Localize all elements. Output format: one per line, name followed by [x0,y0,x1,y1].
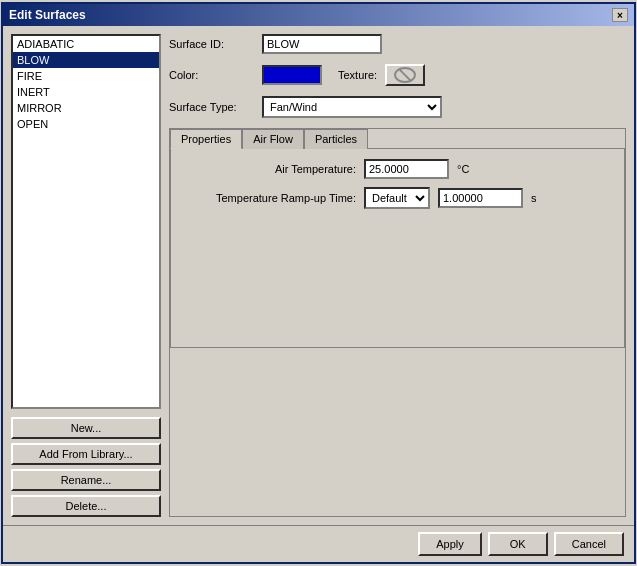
list-item[interactable]: FIRE [13,68,159,84]
temp-ramp-select[interactable]: DefaultCustom [364,187,430,209]
close-button[interactable]: × [612,8,628,22]
tabs-container: PropertiesAir FlowParticles Air Temperat… [169,128,626,517]
surface-type-row: Surface Type: Fan/WindBurnerHeaterInertM… [169,96,626,118]
edit-surfaces-dialog: Edit Surfaces × ADIABATICBLOWFIREINERTMI… [1,2,636,564]
temp-ramp-input[interactable] [438,188,523,208]
right-panel: Surface ID: Color: Texture: Surface Type… [169,34,626,517]
list-item[interactable]: OPEN [13,116,159,132]
tab-content: Air Temperature: °C Temperature Ramp-up … [170,148,625,348]
dialog-title: Edit Surfaces [9,8,86,22]
surface-id-label: Surface ID: [169,38,254,50]
list-item[interactable]: ADIABATIC [13,36,159,52]
surface-id-row: Surface ID: [169,34,626,54]
bottom-bar: Apply OK Cancel [3,525,634,562]
air-temp-row: Air Temperature: °C [181,159,614,179]
air-temp-label: Air Temperature: [181,163,356,175]
title-bar: Edit Surfaces × [3,4,634,26]
temp-ramp-unit: s [531,192,537,204]
new-button[interactable]: New... [11,417,161,439]
texture-label: Texture: [338,69,377,81]
temp-ramp-row: Temperature Ramp-up Time: DefaultCustom … [181,187,614,209]
list-item[interactable]: MIRROR [13,100,159,116]
left-buttons: New... Add From Library... Rename... Del… [11,417,161,517]
color-label: Color: [169,69,254,81]
ok-button[interactable]: OK [488,532,548,556]
texture-button[interactable] [385,64,425,86]
temp-ramp-label: Temperature Ramp-up Time: [181,192,356,204]
surfaces-list[interactable]: ADIABATICBLOWFIREINERTMIRROROPEN [11,34,161,409]
rename-button[interactable]: Rename... [11,469,161,491]
surface-type-label: Surface Type: [169,101,254,113]
surface-type-select[interactable]: Fan/WindBurnerHeaterInertMirrorOpen [262,96,442,118]
tab-particles[interactable]: Particles [304,129,368,149]
properties-tab-content: Air Temperature: °C Temperature Ramp-up … [181,159,614,209]
delete-button[interactable]: Delete... [11,495,161,517]
cancel-button[interactable]: Cancel [554,532,624,556]
surface-id-input[interactable] [262,34,382,54]
air-temp-input[interactable] [364,159,449,179]
list-item[interactable]: INERT [13,84,159,100]
tab-properties[interactable]: Properties [170,129,242,149]
tabs-header: PropertiesAir FlowParticles [170,129,625,149]
tab-air-flow[interactable]: Air Flow [242,129,304,149]
list-item[interactable]: BLOW [13,52,159,68]
add-from-library-button[interactable]: Add From Library... [11,443,161,465]
no-symbol-icon [394,67,416,83]
left-panel: ADIABATICBLOWFIREINERTMIRROROPEN New... … [11,34,161,517]
apply-button[interactable]: Apply [418,532,482,556]
color-picker[interactable] [262,65,322,85]
color-row: Color: Texture: [169,64,626,86]
air-temp-unit: °C [457,163,469,175]
